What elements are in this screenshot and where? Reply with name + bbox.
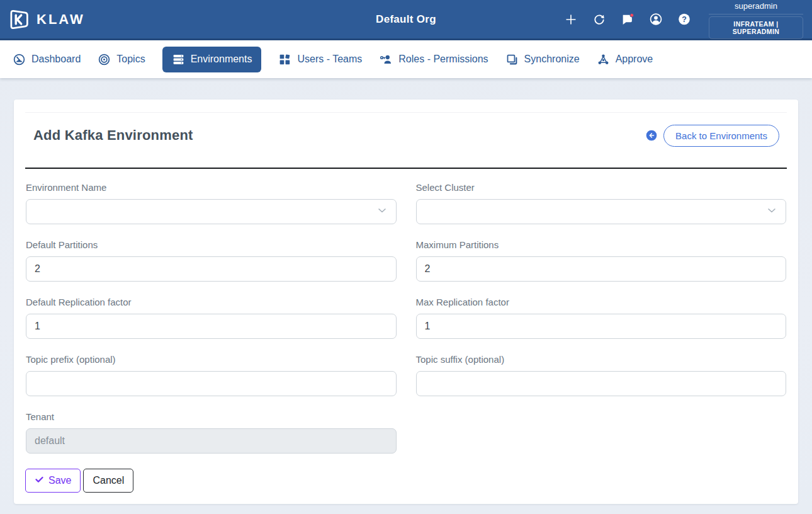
default-replication-factor-label: Default Replication factor [26,297,397,307]
card-topline [25,112,787,113]
field-select-cluster: Select Cluster [416,182,787,224]
chevron-down-icon [765,204,778,219]
brand[interactable]: KLAW [8,9,196,30]
copy-icon [505,53,519,66]
check-icon [35,475,44,487]
arrow-circle-left-icon[interactable] [645,129,658,142]
field-environment-name: Environment Name [26,182,397,224]
tenant-input [26,428,397,454]
nav-item-environments[interactable]: Environments [162,47,262,72]
save-button[interactable]: Save [25,469,81,493]
default-replication-factor-input[interactable] [26,314,397,339]
gauge-icon [13,53,26,66]
cancel-button-label: Cancel [93,475,124,486]
topic-prefix-label: Topic prefix (optional) [26,354,397,365]
user-block: superadmin INFRATEAM | SUPERADMIN [709,0,803,39]
nav-label: Synchronize [524,54,580,65]
page-title: Add Kafka Environment [33,127,193,144]
field-maximum-partitions: Maximum Partitions [416,239,787,282]
nav-label: Topics [116,54,145,65]
maximum-partitions-input[interactable] [416,256,787,282]
chevron-down-icon [376,204,388,219]
topic-prefix-input[interactable] [26,371,397,396]
select-cluster-select[interactable] [416,199,787,224]
field-topic-suffix: Topic suffix (optional) [416,354,787,396]
topic-suffix-input[interactable] [416,371,787,396]
maximum-partitions-label: Maximum Partitions [416,239,787,250]
plus-icon[interactable] [564,13,578,26]
nav-item-approve[interactable]: Approve [597,53,653,66]
nav-label: Approve [616,54,653,65]
field-default-partitions: Default Partitions [26,239,397,282]
nav-item-users-teams[interactable]: Users - Teams [278,53,362,66]
save-button-label: Save [48,475,71,486]
nav-label: Users - Teams [297,54,362,65]
nav-item-topics[interactable]: Topics [98,53,145,66]
environment-name-label: Environment Name [26,182,397,193]
topic-suffix-label: Topic suffix (optional) [416,354,787,365]
klaw-logo-icon [8,9,30,30]
default-partitions-input[interactable] [26,256,397,282]
form-actions: Save Cancel [25,469,787,493]
max-replication-factor-input[interactable] [416,314,787,339]
field-topic-prefix: Topic prefix (optional) [26,354,397,396]
card-header: Add Kafka Environment Back to Environmen… [25,122,787,149]
app-header: KLAW Default Org [0,0,812,40]
chat-icon[interactable] [621,13,634,26]
header-actions: ? [564,13,691,26]
select-cluster-label: Select Cluster [416,182,787,193]
add-environment-card: Add Kafka Environment Back to Environmen… [14,100,798,504]
svg-text:?: ? [682,15,687,24]
user-key-icon [379,53,393,66]
field-max-replication-factor: Max Replication factor [416,297,787,339]
default-partitions-label: Default Partitions [26,239,397,250]
brand-name: KLAW [37,11,85,28]
nav-label: Dashboard [31,54,81,65]
account-icon[interactable] [649,13,663,26]
widgets-icon [278,53,291,66]
hub-icon [597,53,610,66]
nav-label: Environments [191,54,252,65]
target-icon [98,53,111,66]
main-nav: Dashboard Topics Environments [0,40,812,78]
server-icon [172,53,185,66]
back-to-environments-button[interactable]: Back to Environments [663,125,779,147]
back-wrap: Back to Environments [645,125,779,147]
environment-form: Environment Name Select Cluster Default … [25,182,787,454]
nav-label: Roles - Permissions [398,54,488,65]
max-replication-factor-label: Max Replication factor [416,297,787,307]
cancel-button[interactable]: Cancel [83,469,133,493]
main-content: Add Kafka Environment Back to Environmen… [0,78,812,504]
environment-name-select[interactable] [26,199,397,224]
tenant-label: Tenant [26,411,397,422]
username-menu[interactable]: superadmin [709,0,803,14]
team-role-menu[interactable]: INFRATEAM | SUPERADMIN [709,16,803,39]
field-tenant: Tenant [26,411,397,454]
nav-item-dashboard[interactable]: Dashboard [13,53,81,66]
nav-item-synchronize[interactable]: Synchronize [505,53,580,66]
nav-item-roles-permissions[interactable]: Roles - Permissions [379,53,488,66]
field-default-replication-factor: Default Replication factor [26,297,397,339]
refresh-icon[interactable] [592,13,606,26]
section-divider [25,168,787,169]
help-icon[interactable]: ? [677,13,691,26]
